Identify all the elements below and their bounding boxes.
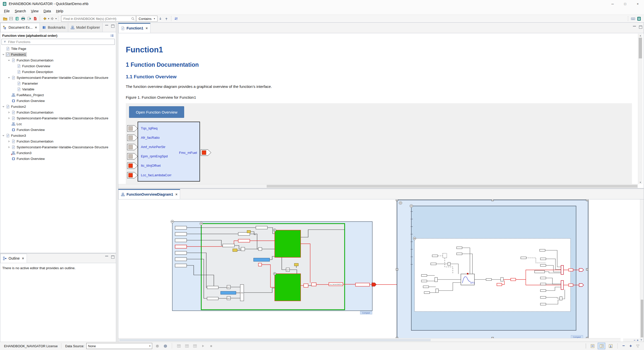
- chevron-down-icon[interactable]: [1, 105, 6, 108]
- forward-button[interactable]: [49, 16, 55, 22]
- tree-item-function-documentation[interactable]: Function Documentation: [0, 110, 116, 115]
- tree-item-spvcs[interactable]: Systemconstant-Parameter-Variable-Classi…: [0, 75, 116, 81]
- menu-help[interactable]: Help: [54, 8, 66, 14]
- right-function-diagram[interactable]: DT1 Compact: [396, 199, 588, 338]
- mux-block[interactable]: [561, 265, 564, 274]
- tree-item-function-overview-diagram[interactable]: Function Overview: [0, 98, 116, 104]
- signal-box[interactable]: [355, 283, 370, 286]
- doc-vertical-scrollbar[interactable]: ▲ ▼: [638, 34, 642, 184]
- tree-item-title-page[interactable]: Title Page: [0, 46, 116, 52]
- block[interactable]: [223, 244, 234, 247]
- tree-item-function-overview-diagram[interactable]: Function Overview: [0, 127, 116, 133]
- chevron-right-icon[interactable]: [7, 111, 11, 114]
- tree-item-function-overview[interactable]: Function Overview: [0, 63, 116, 69]
- tree-item-function3[interactable]: Function3: [0, 133, 116, 138]
- tab-model-explorer[interactable]: Model Explorer: [68, 23, 103, 32]
- diagram-hscroll-thumb[interactable]: [119, 339, 431, 341]
- collapse-icon[interactable]: [200, 222, 203, 225]
- signal-box[interactable]: Lcc_facLambdaCorr: [329, 283, 343, 286]
- inner-container[interactable]: [415, 238, 571, 311]
- pdf-export-button[interactable]: [32, 16, 38, 22]
- chevron-right-icon[interactable]: [7, 117, 11, 120]
- chevron-down-icon[interactable]: [7, 59, 11, 62]
- chevron-down-icon[interactable]: [7, 76, 11, 79]
- chevron-right-icon[interactable]: [7, 146, 11, 149]
- close-button[interactable]: ×: [631, 0, 644, 8]
- menu-file[interactable]: File: [2, 8, 12, 14]
- back-button[interactable]: [42, 16, 48, 22]
- menu-search[interactable]: Search: [12, 8, 28, 14]
- view-menu-icon[interactable]: [110, 34, 114, 38]
- map-block[interactable]: [254, 258, 270, 261]
- settings-button[interactable]: [154, 343, 160, 349]
- maximize-button[interactable]: □: [619, 0, 631, 8]
- tree-item-spvcs[interactable]: Systemconstant-Parameter-Variable-Classi…: [0, 144, 116, 150]
- and-block[interactable]: AND: [240, 285, 244, 301]
- block[interactable]: [258, 248, 262, 251]
- tab-function1-document[interactable]: Function1 ×: [118, 23, 150, 33]
- tab-function-overview-diagram1[interactable]: FunctionOverviewDiagram1 ×: [118, 189, 180, 199]
- diagram-zoom-out-button[interactable]: −: [634, 339, 635, 342]
- not-block[interactable]: NOT: [227, 285, 230, 289]
- find-previous-button[interactable]: [164, 16, 170, 22]
- tree-item-function2[interactable]: Function2: [0, 104, 116, 110]
- diagram-vertical-scrollbar[interactable]: [640, 199, 644, 338]
- doc-scroll-thumb[interactable]: [639, 38, 642, 58]
- block-red[interactable]: [258, 263, 262, 266]
- red-box[interactable]: [569, 269, 573, 271]
- tab-bookmarks[interactable]: Bookmarks: [40, 23, 68, 32]
- view-mode-presenter-button[interactable]: [607, 343, 614, 349]
- tree-item-lcc[interactable]: Lcc: [0, 121, 116, 127]
- diagram-zoom-in-button[interactable]: +: [637, 339, 638, 342]
- print-button[interactable]: [20, 16, 26, 22]
- chevron-down-icon[interactable]: [1, 53, 6, 56]
- close-tab-icon[interactable]: ×: [175, 192, 177, 196]
- find-next-button[interactable]: [157, 16, 164, 22]
- open-file-button[interactable]: [2, 16, 8, 22]
- diagram-canvas[interactable]: NOT NOT AND NOT: [118, 199, 640, 338]
- tree-item-parameter[interactable]: Parameter: [0, 81, 116, 86]
- chevron-right-icon[interactable]: [7, 140, 11, 143]
- keyboard-shortcuts-button[interactable]: [630, 16, 636, 22]
- maximize-view-button[interactable]: [111, 256, 114, 259]
- zoom-in-button[interactable]: +: [628, 343, 633, 348]
- min-block[interactable]: [241, 247, 245, 251]
- menu-data[interactable]: Data: [41, 8, 54, 14]
- tab-document-explorer[interactable]: Document Ex... ×: [0, 23, 40, 32]
- doc-hscroll-thumb[interactable]: [267, 185, 637, 188]
- red-box[interactable]: [497, 283, 502, 286]
- tab-outline[interactable]: Outline ×: [0, 254, 27, 263]
- zoom-out-button[interactable]: −: [621, 343, 626, 348]
- tree-item-function-overview-diagram[interactable]: Function Overview: [0, 156, 116, 162]
- block-red[interactable]: [311, 283, 316, 286]
- green-subsystem-block-2[interactable]: [273, 272, 301, 301]
- diagram-vscroll-thumb[interactable]: [641, 300, 643, 337]
- scroll-down-arrow[interactable]: ▼: [638, 181, 642, 184]
- open-handbook-button[interactable]: [14, 16, 20, 22]
- doc-horizontal-scrollbar[interactable]: [118, 184, 638, 188]
- save-button[interactable]: [8, 16, 14, 22]
- minimize-view-button[interactable]: [105, 256, 108, 259]
- connect-button[interactable]: [162, 343, 168, 349]
- diagram-filter-icon[interactable]: [640, 339, 643, 341]
- mux-block[interactable]: [561, 281, 564, 290]
- open-function-overview-button[interactable]: Open Function Overview: [129, 106, 184, 118]
- collapse-icon[interactable]: [399, 201, 402, 204]
- tree-item-variable[interactable]: Variable: [0, 86, 116, 92]
- red-box[interactable]: [569, 284, 573, 286]
- diagram-horizontal-scrollbar[interactable]: [118, 338, 621, 342]
- tree-item-function3-model[interactable]: cFunction3: [0, 150, 116, 156]
- tree-item-function-description[interactable]: Function Description: [0, 69, 116, 75]
- maximize-view-button[interactable]: [111, 25, 114, 28]
- calibration-compare-button[interactable]: [184, 343, 190, 349]
- tree-item-spvcs[interactable]: Systemconstant-Parameter-Variable-Classi…: [0, 115, 116, 121]
- minimize-view-button[interactable]: [633, 26, 636, 29]
- green-subsystem-block-1[interactable]: [273, 229, 301, 258]
- output-port[interactable]: [372, 283, 376, 286]
- close-tab-icon[interactable]: ×: [22, 256, 24, 260]
- sync-model-button[interactable]: [173, 16, 179, 22]
- map-block[interactable]: [221, 291, 236, 294]
- view-mode-split-button[interactable]: [598, 343, 605, 349]
- block[interactable]: [207, 297, 218, 300]
- block[interactable]: [256, 226, 267, 229]
